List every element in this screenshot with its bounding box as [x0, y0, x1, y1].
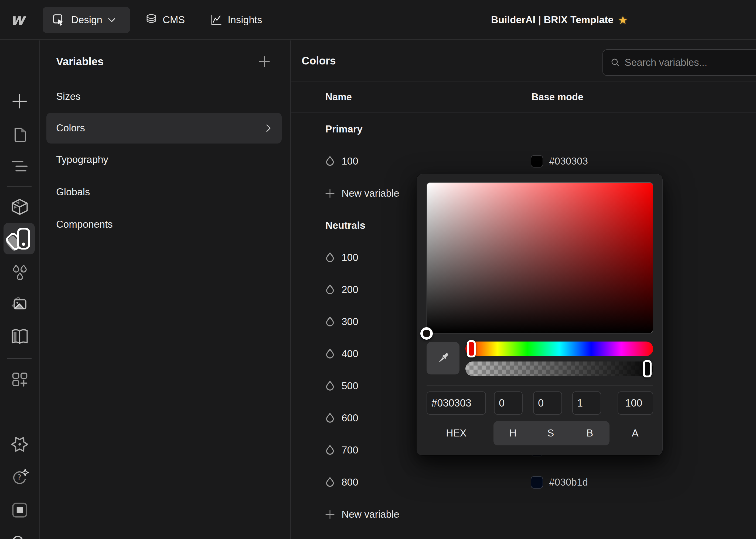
new-variable-button[interactable]: New variable: [291, 498, 756, 530]
variables-button-active[interactable]: [4, 223, 35, 254]
column-header-base-mode: Base mode: [532, 92, 583, 103]
saturation-handle[interactable]: [420, 327, 433, 340]
chevron-right-icon: [265, 123, 272, 133]
hue-slider-handle[interactable]: [467, 340, 476, 357]
eyedropper-button[interactable]: [426, 342, 460, 374]
eyedropper-icon: [435, 350, 451, 366]
color-swatch[interactable]: [531, 476, 543, 489]
tab-hex[interactable]: HEX: [446, 427, 467, 439]
settings-gear-button[interactable]: [0, 435, 39, 454]
saturation-value-input[interactable]: [533, 391, 562, 415]
brightness-value-input[interactable]: [572, 391, 601, 415]
zoom-button[interactable]: [0, 534, 39, 539]
table-header: Name Base mode: [291, 81, 756, 113]
hue-slider[interactable]: [465, 342, 653, 356]
droplet-icon: [325, 477, 335, 488]
droplet-icon: [325, 156, 335, 167]
search-input[interactable]: [625, 57, 754, 68]
design-label: Design: [71, 14, 102, 26]
apps-button[interactable]: [0, 370, 39, 389]
svg-text:?: ?: [17, 473, 22, 482]
search-icon: [611, 58, 620, 67]
collection-item-sizes[interactable]: Sizes: [40, 80, 290, 113]
hue-value-input[interactable]: [494, 391, 523, 415]
alpha-slider-handle[interactable]: [643, 360, 651, 377]
svg-text:w: w: [10, 11, 27, 29]
cms-tab[interactable]: CMS: [145, 0, 185, 40]
assets-button[interactable]: [0, 295, 39, 314]
chevron-down-icon: [108, 17, 116, 23]
alpha-value-input[interactable]: [618, 391, 653, 415]
divider: [426, 385, 653, 386]
color-value: #030303: [549, 156, 588, 167]
tab-h[interactable]: H: [509, 427, 517, 439]
select-cursor-icon: [52, 13, 66, 27]
collection-item-colors-selected[interactable]: Colors: [46, 113, 282, 143]
variable-row-primary-100[interactable]: 100 #030303: [291, 145, 756, 177]
collection-item-globals[interactable]: Globals: [40, 176, 290, 208]
droplet-icon: [325, 252, 335, 263]
droplet-icon: [325, 380, 335, 392]
variable-row-neutrals-800[interactable]: 800 #030b1d: [291, 466, 756, 498]
format-tabs: HEX H S B A: [417, 421, 662, 445]
saturation-brightness-area[interactable]: [426, 182, 653, 334]
add-collection-button[interactable]: [258, 54, 271, 68]
droplet-icon: [325, 284, 335, 295]
insights-tab[interactable]: Insights: [210, 0, 262, 40]
collection-item-typography[interactable]: Typography: [40, 143, 290, 176]
page-title: Colors: [302, 40, 336, 81]
droplet-icon: [325, 348, 335, 359]
alpha-slider[interactable]: [465, 361, 653, 376]
rail-divider: [7, 187, 32, 187]
color-picker-popup: HEX H S B A: [416, 174, 663, 455]
line-chart-icon: [210, 14, 223, 27]
star-icon: ★: [618, 14, 628, 27]
insights-label: Insights: [228, 14, 262, 26]
libraries-button[interactable]: [0, 328, 39, 346]
swatches-icon: [4, 223, 35, 254]
rail-divider: [7, 358, 32, 359]
variables-collections-list: Sizes Colors Typography Globals Componen…: [40, 80, 290, 241]
color-swatch[interactable]: [531, 155, 543, 168]
left-toolbar: ?: [0, 40, 40, 539]
tab-a[interactable]: A: [632, 427, 639, 439]
navigator-button[interactable]: [0, 159, 39, 173]
help-button[interactable]: ?: [0, 468, 39, 487]
search-variables-box[interactable]: [602, 49, 756, 76]
droplet-icon: [325, 413, 335, 424]
tab-s[interactable]: S: [548, 427, 554, 439]
column-header-name: Name: [325, 92, 352, 103]
color-value: #030b1d: [549, 477, 588, 488]
pages-button[interactable]: [0, 126, 39, 144]
variables-panel-title: Variables: [56, 40, 104, 83]
variables-panel: Variables Sizes Colors Typography Global…: [40, 40, 291, 539]
collection-item-components[interactable]: Components: [40, 208, 290, 241]
webflow-logo-icon[interactable]: w: [10, 11, 31, 29]
plus-icon: [324, 509, 336, 520]
database-icon: [145, 14, 158, 27]
droplet-icon: [325, 316, 335, 328]
canvas-settings-button[interactable]: [0, 501, 39, 519]
droplet-icon: [325, 445, 335, 456]
tab-b[interactable]: B: [586, 427, 593, 439]
design-mode-button[interactable]: Design: [42, 7, 130, 33]
interactions-button[interactable]: [0, 263, 39, 283]
project-title: BuilderAI | BRIX Template ★: [491, 0, 628, 40]
cms-label: CMS: [163, 14, 185, 26]
plus-icon: [324, 188, 336, 199]
components-button[interactable]: [0, 197, 39, 216]
add-element-button[interactable]: [0, 92, 39, 110]
group-header-primary: Primary: [291, 113, 756, 145]
top-bar: w Design CMS Insights: [0, 0, 756, 40]
webflow-designer: w Design CMS Insights: [0, 0, 756, 539]
hex-input[interactable]: [426, 391, 486, 415]
